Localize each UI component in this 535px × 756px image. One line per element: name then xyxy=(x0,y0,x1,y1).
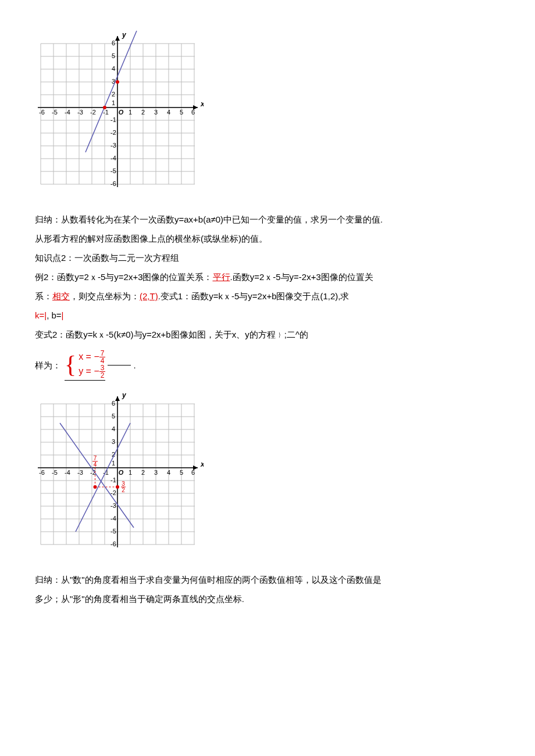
svg-text:-4: -4 xyxy=(65,109,70,116)
svg-text:O: O xyxy=(119,469,124,476)
svg-text:x: x xyxy=(200,460,204,468)
svg-text:O: O xyxy=(119,109,124,116)
svg-point-120 xyxy=(116,485,119,489)
svg-text:-3: -3 xyxy=(110,142,116,149)
graph-2: x y -6-5-4 -3-2-1 O 123 456 654 321 -1-2… xyxy=(35,389,500,564)
text: , b= xyxy=(47,310,61,320)
svg-text:6: 6 xyxy=(191,469,195,476)
b-value: | xyxy=(62,310,64,320)
text: 例2：函数y=2ｘ-5与y=2x+3图像的位置关系： xyxy=(35,272,213,282)
svg-text:3: 3 xyxy=(154,469,158,476)
svg-text:-4: -4 xyxy=(65,469,70,476)
k-equals: k= xyxy=(35,310,44,320)
svg-text:-5: -5 xyxy=(52,469,58,476)
system-solution: 样为： { x = −74 y = −32 . xyxy=(35,350,136,381)
svg-text:7: 7 xyxy=(94,455,97,461)
summary-1a: 归纳：从数看转化为在某个一次函数y=ax+b(a≠0)中已知一个变量的值，求另一… xyxy=(35,210,500,229)
svg-text:-5: -5 xyxy=(110,167,116,174)
svg-text:-2: -2 xyxy=(110,129,116,136)
svg-text:-4: -4 xyxy=(110,515,116,522)
svg-text:4: 4 xyxy=(94,461,97,468)
svg-text:2: 2 xyxy=(112,91,115,98)
svg-text:6: 6 xyxy=(112,40,115,46)
label: 样为： xyxy=(35,356,61,375)
svg-text:5: 5 xyxy=(180,109,183,116)
svg-text:y: y xyxy=(122,391,127,399)
svg-text:5: 5 xyxy=(180,469,183,476)
blank-line xyxy=(108,365,131,366)
text: 系： xyxy=(35,291,52,301)
svg-text:2: 2 xyxy=(122,487,125,493)
svg-text:x: x xyxy=(200,100,204,108)
svg-text:3: 3 xyxy=(122,481,125,487)
svg-text:6: 6 xyxy=(191,109,195,116)
answer-parallel: 平行 xyxy=(213,272,230,282)
svg-text:-6: -6 xyxy=(110,180,116,187)
svg-text:6: 6 xyxy=(112,400,115,407)
svg-text:-3: -3 xyxy=(77,469,83,476)
text: .变式1：函数y=kｘ-5与y=2x+b图像交于点(1,2),求 xyxy=(158,291,349,301)
svg-text:-6: -6 xyxy=(110,540,116,547)
svg-marker-28 xyxy=(115,36,120,41)
svg-text:4: 4 xyxy=(112,425,115,432)
svg-text:5: 5 xyxy=(112,413,115,420)
svg-text:-3: -3 xyxy=(77,109,83,116)
summary-2b: 多少；从"形"的角度看相当于确定两条直线的交点坐标. xyxy=(35,589,500,608)
svg-text:3: 3 xyxy=(154,109,158,116)
svg-text:1: 1 xyxy=(129,109,132,116)
svg-text:-5: -5 xyxy=(52,109,58,116)
svg-text:1: 1 xyxy=(112,460,115,467)
variant-2: 变式2：函数y=kｘ-5(k≠0)与y=2x+b图像如图，关于x、y的方程﹜;二… xyxy=(35,325,500,344)
topic-2-title: 知识点2：一次函数与二元一次方程组 xyxy=(35,248,500,267)
svg-text:4: 4 xyxy=(112,65,115,72)
svg-text:2: 2 xyxy=(141,469,145,476)
brace-icon: { xyxy=(65,352,76,377)
svg-text:-1: -1 xyxy=(110,116,116,123)
svg-text:-1: -1 xyxy=(110,476,116,483)
example-2-line1: 例2：函数y=2ｘ-5与y=2x+3图像的位置关系：平行.函数y=2ｘ-5与y=… xyxy=(35,267,500,286)
svg-text:1: 1 xyxy=(112,99,115,106)
svg-marker-87 xyxy=(115,396,120,401)
example-2-line2: 系：相交，则交点坐标为：(2,T).变式1：函数y=kｘ-5与y=2x+b图像交… xyxy=(35,286,500,306)
svg-line-115 xyxy=(76,423,130,532)
svg-text:3: 3 xyxy=(112,438,115,445)
answer-point: (2,T) xyxy=(140,291,158,301)
text: ，则交点坐标为： xyxy=(70,291,140,301)
svg-point-57 xyxy=(103,106,106,109)
svg-text:-3: -3 xyxy=(110,502,116,509)
summary-1b: 从形看方程的解对应函数图像上点的横坐标(或纵坐标)的值。 xyxy=(35,229,500,248)
svg-text:-2: -2 xyxy=(110,489,116,496)
svg-text:-2: -2 xyxy=(90,109,96,116)
svg-text:5: 5 xyxy=(112,52,115,59)
period: . xyxy=(133,356,135,375)
svg-text:2: 2 xyxy=(141,109,145,116)
svg-text:-6: -6 xyxy=(39,469,45,476)
svg-text:y: y xyxy=(122,31,127,39)
svg-point-119 xyxy=(94,485,97,489)
summary-2a: 归纳：从"数"的角度看相当于求自变量为何值时相应的两个函数值相等，以及这个函数值… xyxy=(35,570,500,589)
answer-intersect: 相交 xyxy=(52,291,70,301)
graph-1: x y -6-5-4 -3-2-1 O 123 456 654 321 -1-2… xyxy=(35,29,500,204)
svg-point-58 xyxy=(116,80,119,84)
svg-text:4: 4 xyxy=(167,469,170,476)
svg-text:4: 4 xyxy=(167,109,170,116)
y-equation: y = −32 xyxy=(79,364,105,379)
svg-text:-6: -6 xyxy=(39,109,45,116)
text: .函数y=2ｘ-5与y=-2x+3图像的位置关 xyxy=(230,272,373,282)
svg-text:-5: -5 xyxy=(110,528,116,535)
svg-text:1: 1 xyxy=(129,469,132,476)
x-equation: x = −74 xyxy=(79,350,105,364)
example-2-line3: k=|, b=| xyxy=(35,306,500,325)
svg-text:-4: -4 xyxy=(110,155,116,162)
